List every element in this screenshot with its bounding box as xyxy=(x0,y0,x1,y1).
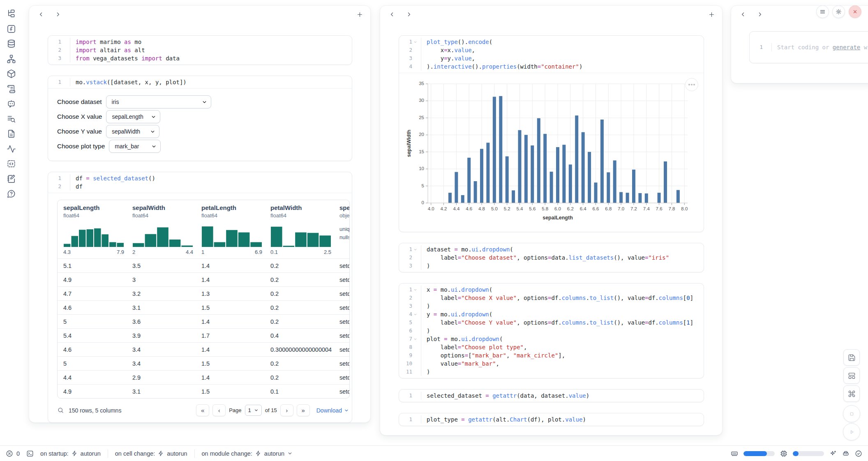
code-line[interactable]: 3from vega_datasets import data xyxy=(48,54,352,62)
code-editor[interactable]: 1selected_dataset = getattr(data, datase… xyxy=(399,390,704,402)
code-line[interactable]: 3) xyxy=(399,302,704,310)
code-line[interactable]: 1df = selected_dataset() xyxy=(48,174,352,182)
code-line[interactable]: 1x = mo.ui.dropdown( xyxy=(399,286,704,294)
chevron-right-icon[interactable] xyxy=(757,11,763,18)
table-row[interactable]: 4.42.91.40.2setosa xyxy=(58,370,349,384)
search-icon[interactable] xyxy=(57,407,64,414)
code-editor[interactable]: 1mo.vstack([dataset, x, y, plot]) xyxy=(48,76,352,88)
code-line[interactable]: 4y = mo.ui.dropdown( xyxy=(399,310,704,318)
logs-icon[interactable] xyxy=(7,114,16,124)
function-icon[interactable] xyxy=(7,24,16,34)
code-line[interactable]: 2 label="Choose X value", options=df.col… xyxy=(399,294,704,302)
chevron-left-icon[interactable] xyxy=(389,11,395,18)
code-line[interactable]: 3) xyxy=(399,262,704,270)
code-line[interactable]: 8 label="Choose plot type", xyxy=(399,343,704,351)
chevron-left-icon[interactable] xyxy=(740,11,746,18)
save-button[interactable] xyxy=(843,349,860,366)
file-tree-icon[interactable] xyxy=(7,9,16,18)
dependency-graph-icon[interactable] xyxy=(7,54,16,64)
database-icon[interactable] xyxy=(7,39,16,48)
plot-type-select[interactable]: mark_bar xyxy=(109,140,161,153)
code-line[interactable]: 1dataset = mo.ui.dropdown( xyxy=(399,245,704,254)
layout-button[interactable] xyxy=(843,367,860,384)
code-line[interactable]: 1mo.vstack([dataset, x, y, plot]) xyxy=(48,78,352,86)
table-row[interactable]: 4.63.11.50.2setosa xyxy=(58,300,349,314)
code-editor[interactable]: 1df = selected_dataset()2df xyxy=(48,172,352,193)
code-editor[interactable]: 1import marimo as mo2import altair as al… xyxy=(48,36,352,65)
download-button[interactable]: Download xyxy=(316,407,349,414)
table-column-header[interactable]: sepalWidthfloat6424.4 xyxy=(127,200,196,258)
chevron-right-icon[interactable] xyxy=(55,11,61,18)
chevron-left-icon[interactable] xyxy=(38,11,44,18)
table-row[interactable]: 5.13.51.40.2setosa xyxy=(58,258,349,272)
code-line[interactable]: 9 options=["mark_bar", "mark_circle"], xyxy=(399,351,704,360)
close-panel-button[interactable] xyxy=(849,5,861,18)
command-palette-button[interactable] xyxy=(843,385,860,402)
table-column-header[interactable]: sepalLengthfloat644.37.9 xyxy=(58,200,127,258)
prev-page-button[interactable]: ‹ xyxy=(212,404,226,416)
table-row[interactable]: 4.73.21.30.2setosa xyxy=(58,286,349,300)
code-editor[interactable]: 1plot_type().encode(2 x=x.value,3 y=y.va… xyxy=(399,36,704,73)
code-line[interactable]: 2 label="Choose dataset", options=data.l… xyxy=(399,254,704,262)
table-row[interactable]: 4.931.40.2setosa xyxy=(58,272,349,286)
first-page-button[interactable]: « xyxy=(196,404,209,416)
code-editor[interactable]: 1plot_type = getattr(alt.Chart(df), plot… xyxy=(399,413,704,426)
menu-button[interactable] xyxy=(816,5,829,18)
generate-link[interactable]: generate xyxy=(833,44,860,51)
code-editor[interactable]: 1x = mo.ui.dropdown(2 label="Choose X va… xyxy=(399,284,704,378)
scratchpad-icon[interactable] xyxy=(7,174,16,184)
bar-chart[interactable]: 4.04.24.44.64.85.05.25.45.65.86.06.26.46… xyxy=(405,78,693,228)
code-line[interactable]: 1plot_type = getattr(alt.Chart(df), plot… xyxy=(399,415,704,424)
run-button[interactable] xyxy=(843,423,860,440)
code-line[interactable]: 4).interactive().properties(width="conta… xyxy=(399,62,704,71)
add-cell-button[interactable] xyxy=(708,11,715,18)
code-line[interactable]: 2import altair as alt xyxy=(48,46,352,54)
table-column-header[interactable]: petalLengthfloat6416.9 xyxy=(196,200,265,258)
table-row[interactable]: 4.63.41.40.30000000000000004setosa xyxy=(58,342,349,356)
document-icon[interactable] xyxy=(7,129,16,138)
table-row[interactable]: 53.41.50.2setosa xyxy=(58,356,349,370)
chart-menu-button[interactable] xyxy=(685,78,698,91)
tracing-icon[interactable] xyxy=(7,144,16,154)
script-icon[interactable] xyxy=(7,84,16,94)
runtime-config-item[interactable]: on startup:autorun xyxy=(40,450,101,457)
code-line[interactable]: 6) xyxy=(399,327,704,335)
help-icon[interactable] xyxy=(7,189,16,198)
code-line[interactable]: 2 x=x.value, xyxy=(399,46,704,54)
terminal-icon[interactable] xyxy=(26,450,34,457)
code-line[interactable]: 2df xyxy=(48,182,352,191)
snippets-icon[interactable] xyxy=(7,159,16,168)
page-select[interactable]: 1 xyxy=(245,405,262,416)
y-value-select[interactable]: sepalWidth xyxy=(106,125,159,138)
code-line[interactable]: 3 y=y.value, xyxy=(399,54,704,62)
code-line[interactable]: 1selected_dataset = getattr(data, datase… xyxy=(399,392,704,400)
next-page-button[interactable]: › xyxy=(280,404,293,416)
x-value-select[interactable]: sepalLength xyxy=(106,110,160,123)
error-indicator[interactable]: 0 xyxy=(6,450,20,457)
stop-button[interactable] xyxy=(843,405,860,422)
chat-icon[interactable] xyxy=(7,99,16,108)
ai-sparkle-icon[interactable] xyxy=(829,450,837,457)
copilot-icon[interactable] xyxy=(842,450,850,457)
settings-button[interactable] xyxy=(832,5,845,18)
code-line[interactable]: 10 value="mark_bar", xyxy=(399,360,704,368)
runtime-config-item[interactable]: on cell change:autorun xyxy=(115,450,187,457)
table-row[interactable]: 5.43.91.70.4setosa xyxy=(58,328,349,342)
last-page-button[interactable]: » xyxy=(297,404,310,416)
table-column-header[interactable]: petalWidthfloat640.12.5 xyxy=(265,200,334,258)
add-cell-button[interactable] xyxy=(356,11,363,18)
dataset-select[interactable]: iris xyxy=(106,95,211,108)
runtime-config-item[interactable]: on module change:autorun xyxy=(202,450,293,457)
table-row[interactable]: 4.93.11.50.1setosa xyxy=(58,384,349,398)
code-editor[interactable]: 1 Start coding or generate with AI xyxy=(750,32,868,63)
table-column-header[interactable]: speciesobjectuniquenulls: xyxy=(334,200,349,258)
chevron-right-icon[interactable] xyxy=(406,11,412,18)
code-editor[interactable]: 1dataset = mo.ui.dropdown(2 label="Choos… xyxy=(399,243,704,272)
code-line[interactable]: 7plot = mo.ui.dropdown( xyxy=(399,335,704,343)
code-line[interactable]: 1plot_type().encode( xyxy=(399,38,704,46)
package-icon[interactable] xyxy=(7,69,16,78)
table-row[interactable]: 53.61.40.2setosa xyxy=(58,314,349,328)
code-line[interactable]: 11) xyxy=(399,368,704,376)
connection-status-icon[interactable] xyxy=(855,450,862,457)
code-line[interactable]: 1import marimo as mo xyxy=(48,38,352,46)
